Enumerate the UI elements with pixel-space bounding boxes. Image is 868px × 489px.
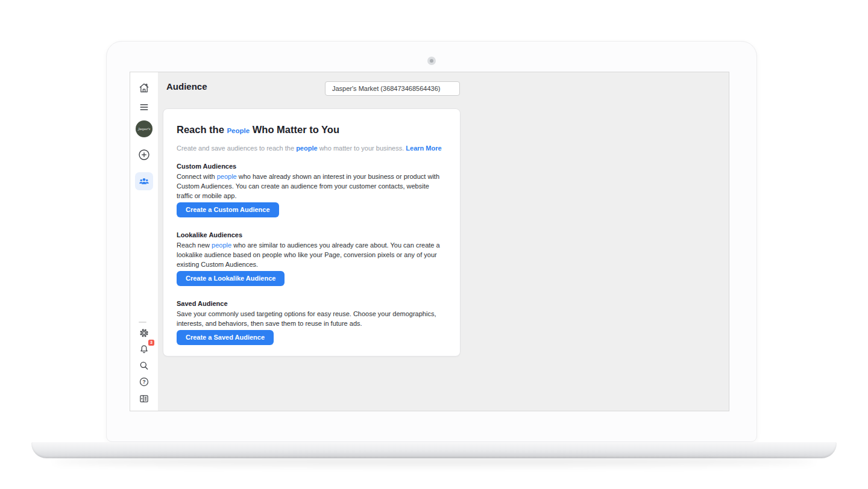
search-icon <box>138 360 150 372</box>
card-subtitle: Create and save audiences to reach the p… <box>177 144 447 152</box>
help-icon: ? <box>138 376 150 388</box>
menu-icon <box>138 101 150 113</box>
webcam <box>427 57 436 65</box>
sidebar-item-settings[interactable] <box>137 326 151 340</box>
section-description: Save your commonly used targeting option… <box>177 309 447 328</box>
section-description: Connect with people who have already sho… <box>177 172 447 201</box>
section-title: Custom Audiences <box>177 162 447 170</box>
create-lookalike-audience-button[interactable]: Create a Lookalike Audience <box>177 271 285 286</box>
sidebar-item-create[interactable] <box>137 148 151 162</box>
sidebar: Jasper's <box>130 72 158 411</box>
create-saved-audience-button[interactable]: Create a Saved Audience <box>177 330 274 345</box>
laptop-screen: Jasper's <box>106 41 757 442</box>
panel-list-icon <box>138 393 150 405</box>
sidebar-item-help[interactable]: ? <box>137 375 151 389</box>
text-link[interactable]: people <box>296 145 317 152</box>
sidebar-divider <box>139 322 146 323</box>
audiences-people-icon <box>138 175 150 187</box>
main-area: Audience Reach the People Who Matter to … <box>158 72 729 411</box>
app-window: Jasper's <box>130 72 729 411</box>
sidebar-item-business-avatar[interactable]: Jasper's <box>136 120 153 137</box>
section-title: Saved Audience <box>177 299 447 308</box>
help-glyph: ? <box>142 379 145 385</box>
laptop-mockup: Jasper's <box>0 0 868 489</box>
sidebar-item-search[interactable] <box>137 358 151 373</box>
add-circle-icon <box>137 148 151 161</box>
audience-card: Reach the People Who Matter to You Creat… <box>163 108 461 357</box>
section-lookalike-audiences: Lookalike Audiences Reach new people who… <box>177 231 447 286</box>
sidebar-item-audiences[interactable] <box>135 172 153 190</box>
avatar-text: Jasper's <box>138 127 150 131</box>
text-link[interactable]: people <box>217 173 237 180</box>
gear-icon <box>138 327 150 339</box>
text-link[interactable]: people <box>212 241 231 249</box>
section-saved-audience: Saved Audience Save your commonly used t… <box>177 299 447 345</box>
sidebar-item-home[interactable] <box>137 81 151 95</box>
text-link[interactable]: Learn More <box>406 145 441 152</box>
webcam-dot <box>430 59 433 63</box>
notification-badge: 3 <box>148 340 154 346</box>
account-selector[interactable] <box>325 81 460 96</box>
section-title: Lookalike Audiences <box>177 231 447 239</box>
sidebar-item-notifications[interactable]: 3 <box>137 342 151 357</box>
page-title: Audience <box>166 81 207 93</box>
section-custom-audiences: Custom Audiences Connect with people who… <box>177 162 447 217</box>
card-heading: Reach the People Who Matter to You <box>177 123 447 137</box>
sidebar-item-navigation-panel[interactable] <box>137 391 151 406</box>
sidebar-item-menu[interactable] <box>137 100 151 114</box>
avatar: Jasper's <box>136 120 153 137</box>
home-icon <box>138 82 150 94</box>
section-description: Reach new people who are similar to audi… <box>177 240 447 269</box>
laptop-base <box>31 442 837 458</box>
create-custom-audience-button[interactable]: Create a Custom Audience <box>177 202 279 217</box>
